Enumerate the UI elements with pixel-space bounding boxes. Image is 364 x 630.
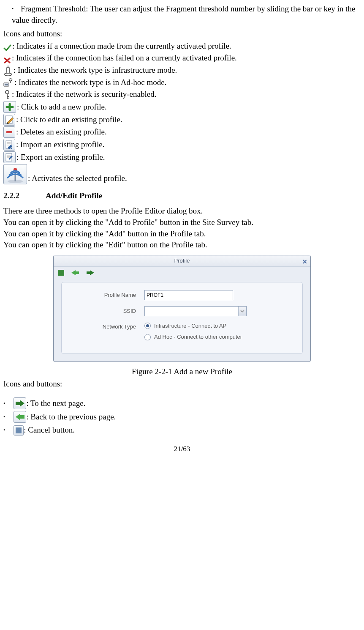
icon-desc: : Click to add a new profile. bbox=[17, 101, 107, 113]
icon-desc: : Indicates if the network is security-e… bbox=[12, 89, 156, 100]
radio-adhoc[interactable]: Ad Hoc - Connect to other computer bbox=[144, 333, 242, 341]
dialog-toolbar bbox=[54, 267, 310, 279]
icon-row-x: : Indicates if the connection has failed… bbox=[3, 52, 361, 64]
svg-rect-0 bbox=[7, 67, 9, 73]
svg-point-2 bbox=[4, 73, 12, 76]
nav-row-next: : To the next page. bbox=[3, 397, 361, 409]
icon-row-delete: : Deletes an existing profile. bbox=[3, 126, 361, 138]
checkmark-icon bbox=[3, 44, 11, 52]
paragraph-1: There are three methods to open the Prof… bbox=[3, 205, 361, 217]
profile-name-label: Profile Name bbox=[73, 291, 144, 299]
dialog-title-bar: Profile × bbox=[54, 255, 310, 267]
key-icon bbox=[3, 90, 11, 100]
icon-desc: : Click to edit an existing profile. bbox=[16, 114, 122, 126]
bullet-fragment-threshold: Fragment Threshold: The user can adjust … bbox=[12, 3, 361, 26]
export-profile-icon[interactable] bbox=[3, 151, 16, 163]
icon-row-key: : Indicates if the network is security-e… bbox=[3, 89, 361, 100]
ssid-label: SSID bbox=[73, 307, 144, 315]
icon-desc: : Indicates if a connection made from th… bbox=[12, 41, 231, 52]
chevron-down-icon[interactable] bbox=[238, 307, 246, 316]
paragraph-3: You can open it by clicking the "Add" bu… bbox=[3, 228, 361, 240]
nav-desc: : Back to the previous page. bbox=[26, 411, 116, 423]
cancel-icon[interactable] bbox=[58, 269, 65, 276]
radio-label: Infrastructure - Connect to AP bbox=[154, 322, 226, 330]
nav-row-back: : Back to the previous page. bbox=[3, 411, 361, 423]
add-profile-icon[interactable] bbox=[3, 101, 16, 113]
edit-profile-icon[interactable] bbox=[3, 114, 15, 126]
icon-desc: : Export an existing profile. bbox=[16, 152, 105, 163]
x-red-icon bbox=[3, 57, 11, 64]
profile-name-input[interactable] bbox=[144, 290, 233, 300]
icon-desc: : Deletes an existing profile. bbox=[16, 126, 107, 138]
paragraph-4: You can open it by clicking the "Edit" b… bbox=[3, 239, 361, 251]
nav-desc: : Cancel button. bbox=[24, 425, 75, 436]
icon-row-edit: : Click to edit an existing profile. bbox=[3, 114, 361, 126]
svg-rect-23 bbox=[58, 270, 64, 276]
nav-desc: : To the next page. bbox=[26, 398, 85, 409]
bullet-text: Fragment Threshold: The user can adjust … bbox=[12, 4, 355, 25]
section-heading: 2.2.2Add/Edit Profile bbox=[3, 190, 361, 202]
adhoc-icon bbox=[3, 77, 14, 88]
icon-desc: : Import an existing profile. bbox=[16, 139, 104, 151]
infrastructure-icon bbox=[3, 66, 13, 76]
network-type-label: Network Type bbox=[73, 322, 144, 331]
back-arrow-icon[interactable] bbox=[71, 269, 80, 276]
radio-icon[interactable] bbox=[144, 334, 151, 340]
icon-row-adhoc: : Indicates the network type is in Ad-ho… bbox=[3, 77, 361, 88]
network-type-row: Network Type Infrastructure - Connect to… bbox=[73, 322, 291, 344]
nav-row-cancel: : Cancel button. bbox=[3, 425, 361, 436]
profile-name-row: Profile Name bbox=[73, 290, 291, 300]
next-arrow-icon[interactable] bbox=[14, 397, 26, 409]
next-arrow-icon[interactable] bbox=[86, 269, 95, 276]
radio-label: Ad Hoc - Connect to other computer bbox=[154, 333, 242, 341]
icon-desc: : Indicates the network type is in Ad-ho… bbox=[14, 77, 166, 88]
delete-profile-icon[interactable] bbox=[3, 126, 15, 138]
svg-rect-11 bbox=[6, 131, 12, 133]
icon-row-export: : Export an existing profile. bbox=[3, 151, 361, 163]
svg-rect-4 bbox=[5, 84, 8, 85]
icon-row-import: : Import an existing profile. bbox=[3, 139, 361, 151]
cancel-icon[interactable] bbox=[14, 425, 24, 436]
dialog-figure: Profile × Profile Name SSID bbox=[3, 255, 361, 362]
dialog-panel: Profile Name SSID Network Type Infrastru… bbox=[61, 282, 303, 354]
icon-row-activate: : Activates the selected profile. bbox=[3, 164, 361, 184]
profile-dialog: Profile × Profile Name SSID bbox=[53, 255, 311, 362]
icon-desc: : Indicates the network type is infrastr… bbox=[14, 65, 177, 76]
icons-buttons-heading-2: Icons and buttons: bbox=[3, 378, 361, 390]
svg-rect-24 bbox=[16, 427, 22, 433]
activate-profile-icon[interactable] bbox=[3, 164, 27, 184]
icon-desc: : Indicates if the connection has failed… bbox=[12, 52, 237, 64]
ssid-row: SSID bbox=[73, 306, 291, 316]
icon-row-check: : Indicates if a connection made from th… bbox=[3, 41, 361, 52]
section-title: Add/Edit Profile bbox=[46, 191, 102, 200]
radio-infrastructure[interactable]: Infrastructure - Connect to AP bbox=[144, 322, 242, 330]
figure-caption: Figure 2-2-1 Add a new Profile bbox=[3, 366, 361, 378]
nav-icon-list: : To the next page. : Back to the previo… bbox=[3, 397, 361, 436]
icon-desc: : Activates the selected profile. bbox=[28, 173, 127, 184]
icons-buttons-heading: Icons and buttons: bbox=[3, 28, 361, 40]
back-arrow-icon[interactable] bbox=[14, 411, 26, 423]
icon-row-infra: : Indicates the network type is infrastr… bbox=[3, 65, 361, 76]
bullet-list: Fragment Threshold: The user can adjust … bbox=[3, 3, 361, 26]
section-number: 2.2.2 bbox=[3, 190, 46, 202]
page-number: 21/63 bbox=[3, 444, 361, 454]
paragraph-2: You can open it by clicking the "Add to … bbox=[3, 217, 361, 228]
svg-point-6 bbox=[5, 90, 9, 94]
icon-row-add: : Click to add a new profile. bbox=[3, 101, 361, 113]
ssid-combobox[interactable] bbox=[144, 306, 247, 316]
radio-icon[interactable] bbox=[144, 323, 151, 329]
close-icon[interactable]: × bbox=[302, 256, 307, 267]
dialog-title: Profile bbox=[174, 257, 190, 264]
network-type-options: Infrastructure - Connect to AP Ad Hoc - … bbox=[144, 322, 242, 344]
import-profile-icon[interactable] bbox=[3, 139, 15, 151]
